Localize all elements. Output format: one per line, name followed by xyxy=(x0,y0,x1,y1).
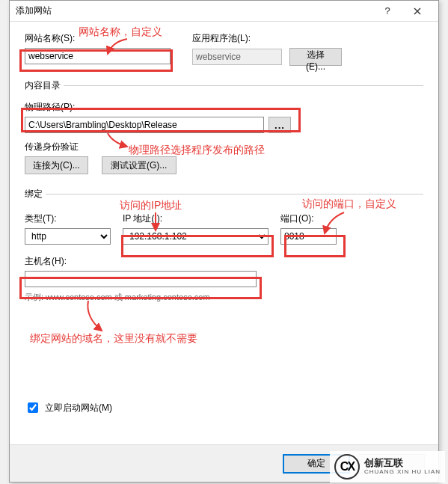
close-icon xyxy=(414,7,421,15)
browse-path-button[interactable]: ... xyxy=(269,117,291,133)
start-now-checkbox-row[interactable]: 立即启动网站(M) xyxy=(25,400,423,415)
hostname-label: 主机名(H): xyxy=(25,255,423,268)
physical-path-input[interactable] xyxy=(25,117,264,133)
dialog-content: 网站名称(S): 应用程序池(L): webservice 选择(E)... 内… xyxy=(10,22,438,423)
hostname-example: 示例: www.contoso.com 或 marketing.contoso.… xyxy=(25,292,423,303)
start-now-label: 立即启动网站(M) xyxy=(45,402,112,414)
app-pool-display: webservice xyxy=(192,49,282,65)
close-button[interactable] xyxy=(402,2,432,20)
test-settings-button[interactable]: 测试设置(G)... xyxy=(102,156,177,174)
binding-legend: 绑定 xyxy=(25,188,46,200)
binding-group: 绑定 类型(T): http IP 地址(I): 192.168.1.102 端… xyxy=(25,188,423,303)
ip-select[interactable]: 192.168.1.102 xyxy=(123,228,269,245)
port-input[interactable] xyxy=(280,228,337,245)
content-directory-group: 内容目录 物理路径(P): ... 传递身份验证 连接为(C)... 测试设置(… xyxy=(25,79,423,174)
port-label: 端口(O): xyxy=(280,212,337,225)
hostname-input[interactable] xyxy=(25,271,257,287)
site-name-label: 网站名称(S): xyxy=(25,32,174,45)
connect-as-button[interactable]: 连接为(C)... xyxy=(25,156,88,174)
physical-path-label: 物理路径(P): xyxy=(25,101,423,114)
logo-py: CHUANG XIN HU LIAN xyxy=(364,469,441,476)
site-name-input[interactable] xyxy=(25,48,171,64)
dialog-title: 添加网站 xyxy=(16,4,372,17)
titlebar: 添加网站 ? xyxy=(10,1,438,22)
content-directory-legend: 内容目录 xyxy=(25,79,64,92)
passthrough-auth-label: 传递身份验证 xyxy=(25,141,423,153)
add-website-dialog: 添加网站 ? 网站名称(S): 应用程序池(L): webservice 选择(… xyxy=(9,0,439,483)
type-select[interactable]: http xyxy=(25,228,111,245)
help-button[interactable]: ? xyxy=(372,2,402,20)
ip-label: IP 地址(I): xyxy=(123,212,269,225)
app-pool-label: 应用程序池(L): xyxy=(192,32,342,45)
logo-cn: 创新互联 xyxy=(364,458,441,468)
type-label: 类型(T): xyxy=(25,212,111,225)
select-app-pool-button[interactable]: 选择(E)... xyxy=(289,48,342,66)
logo-mark: CX xyxy=(334,454,360,480)
start-now-checkbox[interactable] xyxy=(28,402,38,413)
watermark-logo: CX 创新互联 CHUANG XIN HU LIAN xyxy=(330,451,445,483)
